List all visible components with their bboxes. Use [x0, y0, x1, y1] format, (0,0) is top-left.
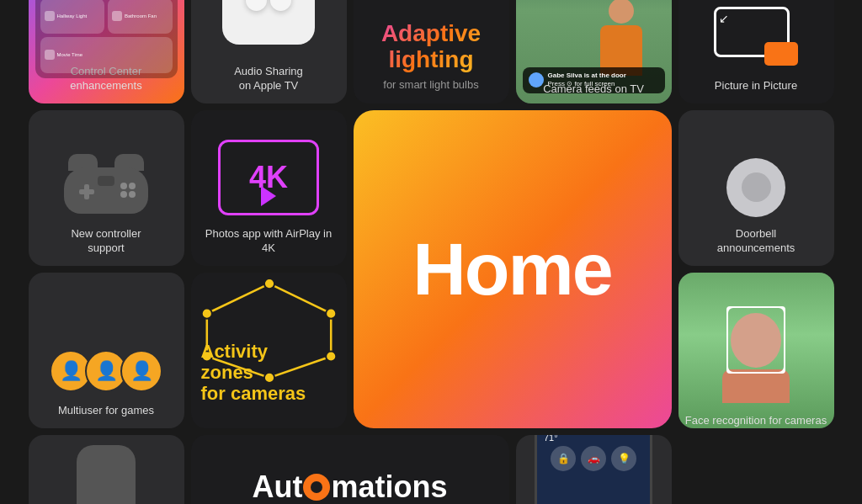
control-center-mock: Home Favorites Good Morning Hallway Ligh… [35, 0, 178, 78]
garage-icon: 🚗 [588, 453, 600, 464]
pip-icon: ↙ [714, 7, 798, 66]
doorbell-inner [742, 172, 771, 202]
audio-sharing-label: Audio Sharing on Apple TV [234, 65, 303, 93]
phone-temp: 71° [544, 435, 643, 443]
doorbell-label: Doorbell announcements [717, 227, 795, 256]
card-automations: Aut mations for HomeKit accessories [191, 435, 509, 504]
face-body [722, 369, 790, 403]
svg-point-3 [263, 279, 274, 289]
controller-label: New controller support [71, 227, 141, 256]
card-control-center: Home Favorites Good Morning Hallway Ligh… [29, 0, 184, 103]
controller-icon [64, 161, 148, 215]
camera-person [596, 0, 646, 74]
automations-title-row: Aut mations [252, 470, 447, 505]
card-adaptive-lighting: Adaptive lighting for smart light bulbs [354, 0, 509, 103]
light-icon: 💡 [618, 453, 631, 464]
card-third-party-music: Third-party music services [29, 435, 184, 504]
pip-small-screen [764, 42, 798, 66]
cc-item-hallway: Hallway Light [40, 0, 105, 34]
camera-feeds-label: Camera feeds on TV [543, 82, 644, 97]
lighting-title: Adaptive lighting [381, 21, 481, 73]
phone-ctrl-garage: 🚗 [581, 446, 606, 471]
phone-screen: 9:41 ▲ ◾ ◾ 71° 🔒 🚗 💡 [537, 435, 650, 504]
activity-text-content: Activity zones for cameras [201, 341, 306, 405]
pip-arrow-icon: ↙ [719, 12, 729, 25]
homepod-icon [77, 445, 136, 504]
face-scan-box [726, 306, 785, 374]
photos-4k-icon: 4K [218, 140, 319, 215]
phone-mockup: 9:41 ▲ ◾ ◾ 71° 🔒 🚗 💡 [535, 435, 652, 504]
pip-label: Picture in Picture [715, 79, 797, 93]
notification-name: Gabe Silva is at the door [548, 72, 626, 80]
home-title: Home [412, 226, 612, 312]
card-photos-4k: 4K Photos app with AirPlay in 4K [191, 110, 347, 266]
avatar-person-icon-3: 👤 [130, 360, 153, 382]
scan-corner-tl [726, 306, 737, 316]
notification-avatar [529, 72, 544, 88]
lighting-text: Adaptive lighting for smart light bulbs [381, 21, 481, 91]
avatar-person-icon-2: 👤 [95, 360, 118, 382]
scan-corner-tr [775, 306, 785, 316]
multiuser-avatars: 👤 👤 👤 [50, 350, 162, 392]
scan-corner-br [775, 363, 785, 374]
airpods-icon [214, 0, 323, 53]
card-multiuser: 👤 👤 👤 Multiuser for games [29, 273, 184, 428]
card-home: Home [354, 110, 672, 428]
card-doorbell: Doorbell announcements [678, 110, 834, 266]
card-picture-in-picture: ↙ Picture in Picture [678, 0, 834, 103]
automations-text-post: mations [331, 470, 447, 505]
lighting-subtitle: for smart light bulbs [381, 78, 481, 91]
photos-4k-label: Photos app with AirPlay in 4K [201, 227, 337, 256]
cc-item-fan: Bathroom Fan [108, 0, 173, 34]
phone-controls: 🔒 🚗 💡 [544, 446, 643, 471]
automations-o-icon [303, 474, 330, 501]
card-face-recognition: Face recognition for cameras [678, 273, 834, 428]
avatar-3: 👤 [120, 350, 162, 392]
card-home-app: 9:41 ▲ ◾ ◾ 71° 🔒 🚗 💡 New visual st [516, 435, 672, 504]
face-recognition-label: Face recognition for cameras [685, 414, 827, 428]
avatar-person-icon-1: 👤 [60, 360, 82, 382]
multiuser-label: Multiuser for games [58, 404, 154, 418]
doorbell-device-icon [726, 158, 785, 217]
activity-zones-label: Activity zones for cameras [201, 341, 337, 405]
play-triangle-icon [261, 186, 276, 206]
card-camera-feeds: Gabe Silva is at the door Press ⊙ for fu… [516, 0, 672, 103]
card-activity-zones: Activity zones for cameras [191, 273, 347, 428]
cc-item-movie: Movie Time [40, 37, 173, 72]
automations-text-pre: Aut [252, 470, 302, 505]
card-audio-sharing: Audio Sharing on Apple TV [191, 0, 347, 103]
lock-icon: 🔒 [557, 453, 570, 464]
feature-grid: Home Favorites Good Morning Hallway Ligh… [22, 0, 841, 504]
phone-ctrl-lock: 🔒 [551, 446, 576, 471]
svg-rect-1 [79, 189, 94, 194]
phone-ctrl-light: 💡 [611, 446, 636, 471]
automations-o-inner [311, 481, 322, 493]
card-controller-support: New controller support [29, 110, 184, 266]
scan-corner-bl [726, 363, 737, 374]
svg-point-4 [326, 308, 336, 318]
svg-point-8 [201, 308, 211, 318]
